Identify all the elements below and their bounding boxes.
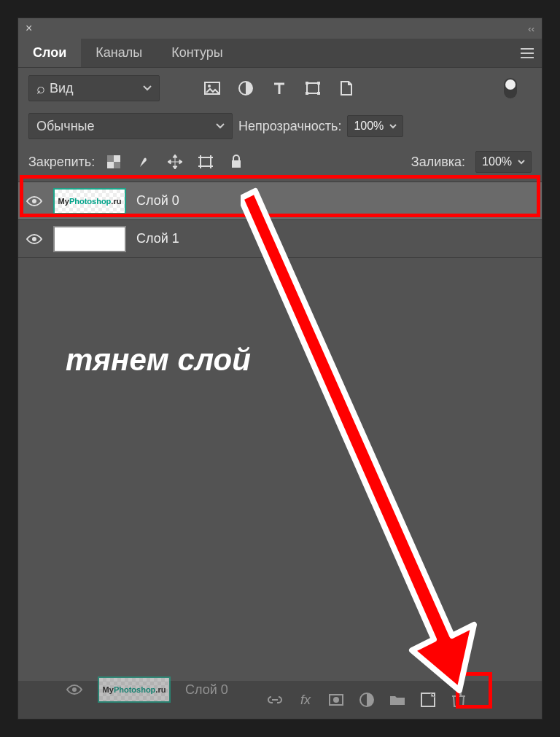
close-icon[interactable]: × [26, 22, 32, 35]
layer-row[interactable]: Слой 1 [18, 220, 542, 258]
search-icon: ⌕ [36, 80, 45, 97]
svg-point-1 [208, 85, 211, 87]
mask-icon[interactable] [327, 691, 345, 709]
opacity-value: 100% [354, 120, 384, 133]
svg-rect-4 [306, 82, 308, 85]
opacity-input[interactable]: 100% [347, 115, 403, 137]
svg-rect-6 [306, 92, 308, 95]
adjustment-icon[interactable] [237, 79, 254, 97]
blend-opacity-row: Обычные Непрозрачность: 100% [18, 109, 542, 147]
shape-icon[interactable] [304, 79, 322, 97]
smartobject-icon[interactable] [338, 79, 355, 97]
link-icon[interactable] [266, 691, 284, 709]
panel-titlebar: × ‹‹ [18, 18, 542, 39]
fill-value: 100% [482, 155, 512, 168]
opacity-label: Непрозрачность: [238, 119, 341, 134]
tab-paths[interactable]: Контуры [157, 39, 238, 67]
svg-rect-3 [307, 83, 319, 93]
chevron-down-icon [384, 124, 397, 129]
blend-mode-label: Обычные [36, 119, 95, 134]
chevron-down-icon [512, 160, 525, 165]
svg-point-13 [32, 199, 36, 203]
layer-name[interactable]: Слой 0 [136, 193, 179, 208]
lock-label: Закрепить: [28, 155, 95, 170]
visibility-icon[interactable] [26, 196, 43, 206]
chevron-down-icon [143, 85, 152, 91]
layer-thumbnail[interactable] [53, 226, 126, 252]
adjustment-layer-icon[interactable] [358, 691, 376, 709]
collapse-icon[interactable]: ‹‹ [528, 23, 534, 34]
layer-row[interactable]: MyPhotoshop.ru Слой 0 [18, 182, 542, 220]
svg-rect-12 [232, 160, 241, 168]
svg-point-16 [333, 697, 339, 703]
tab-channels[interactable]: Каналы [81, 39, 157, 67]
group-icon[interactable] [389, 691, 406, 709]
layer-name[interactable]: Слой 1 [136, 231, 179, 246]
tab-layers[interactable]: Слои [18, 39, 81, 67]
filter-toolbar: ⌕ Вид [18, 68, 542, 109]
blend-mode-dropdown[interactable]: Обычные [28, 113, 233, 139]
svg-rect-5 [317, 82, 320, 85]
svg-rect-9 [107, 155, 114, 162]
image-icon[interactable] [203, 79, 221, 97]
svg-rect-10 [114, 162, 120, 168]
lock-pixels-icon[interactable] [136, 153, 153, 171]
lock-transparency-icon[interactable] [105, 153, 122, 171]
svg-point-14 [32, 237, 36, 241]
fill-input[interactable]: 100% [475, 151, 532, 173]
trash-icon[interactable] [450, 691, 467, 709]
layers-list: MyPhotoshop.ru Слой 0 Слой 1 [18, 182, 542, 258]
filter-toggle[interactable] [504, 78, 517, 98]
lock-all-icon[interactable] [228, 153, 245, 171]
type-icon[interactable] [271, 79, 288, 97]
panel-tabs: Слои Каналы Контуры [18, 39, 542, 68]
lock-icons [105, 153, 245, 171]
svg-rect-11 [201, 157, 211, 166]
filter-type-label: Вид [50, 81, 74, 96]
panel-footer: fx [18, 681, 542, 719]
chevron-down-icon [216, 123, 225, 129]
svg-rect-7 [317, 92, 320, 95]
visibility-icon[interactable] [26, 234, 43, 244]
thumbnail-watermark: MyPhotoshop.ru [55, 190, 125, 213]
fx-icon[interactable]: fx [297, 691, 314, 709]
filter-icons [203, 79, 355, 97]
filter-type-dropdown[interactable]: ⌕ Вид [28, 75, 160, 101]
layers-panel: × ‹‹ Слои Каналы Контуры ⌕ Вид Обычные [18, 17, 542, 720]
lock-row: Закрепить: Заливка: 100% [18, 147, 542, 182]
layer-thumbnail[interactable]: MyPhotoshop.ru [53, 188, 126, 214]
lock-position-icon[interactable] [166, 153, 184, 171]
panel-menu-icon[interactable] [513, 39, 542, 67]
fill-label: Заливка: [411, 155, 465, 170]
lock-artboard-icon[interactable] [197, 153, 214, 171]
new-layer-icon[interactable] [419, 691, 437, 709]
